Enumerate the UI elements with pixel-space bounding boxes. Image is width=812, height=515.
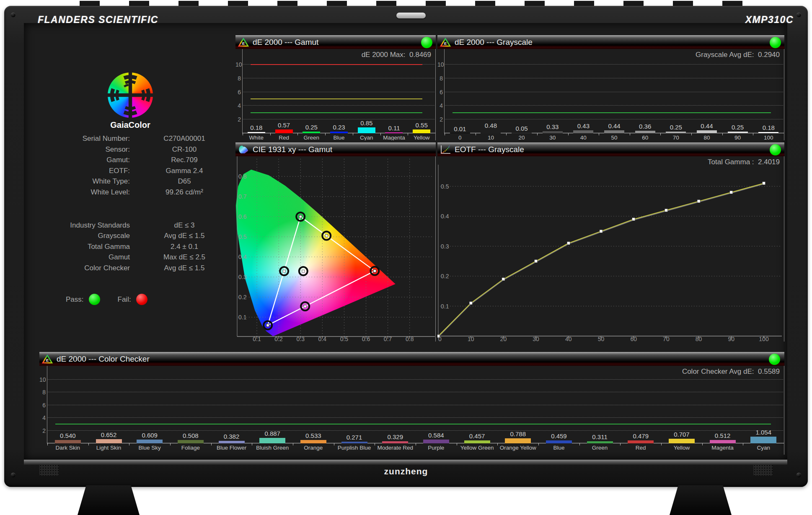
bar-category: Cyan — [353, 133, 380, 140]
fail-label: Fail: — [118, 295, 131, 304]
bar-value: 0.25 — [660, 124, 691, 130]
y-axis-label: 0.2 — [238, 294, 247, 300]
speaker-grille-left — [39, 464, 59, 476]
bar — [413, 129, 430, 133]
data-point-marker — [535, 260, 538, 263]
panel-eotf-grayscale: EOTF --- Grayscale Total Gamma : 2.4019 … — [437, 142, 784, 342]
eotf-line-chart: 0.50.40.30.20.10102030405060708090100 — [437, 156, 783, 342]
maker-logo: zunzheng — [0, 466, 812, 476]
device-info-row: Gamut:Rec.709 — [41, 155, 233, 166]
x-axis-tick — [599, 133, 599, 135]
standard-row: Color CheckerAvg dE ≤ 1.5 — [41, 263, 233, 273]
data-point-marker — [697, 200, 700, 203]
x-axis-tick — [408, 133, 408, 135]
y-axis-label: 8 — [437, 75, 443, 82]
data-point-marker — [437, 335, 440, 338]
y-axis-label: 6 — [437, 89, 443, 96]
bar — [628, 440, 654, 443]
y-axis-label: 0.4 — [441, 213, 449, 220]
bar-value: 0.36 — [630, 123, 661, 129]
panel-right-border — [435, 156, 436, 342]
device-info-row: EOTF:Gamma 2.4 — [41, 166, 233, 176]
bar-value: 0.512 — [702, 432, 743, 439]
bar — [546, 440, 572, 443]
standard-value: 2.4 ± 0.1 — [136, 241, 233, 252]
gaiacolor-logo-cross — [108, 72, 153, 118]
x-axis-tick — [353, 133, 353, 135]
panel-header: EOTF --- Grayscale — [437, 142, 784, 156]
x-axis-tick — [537, 133, 538, 135]
eotf-curve — [438, 183, 764, 336]
bar-value: 0.48 — [476, 122, 507, 129]
x-axis-tick — [211, 443, 212, 445]
data-point-marker — [730, 191, 733, 194]
panel-right-border — [784, 366, 784, 455]
device-info-row: Sensor:CR-100 — [41, 144, 233, 155]
bar — [697, 130, 717, 133]
standard-label: Gamut — [41, 252, 130, 262]
device-info-label: White Level: — [41, 187, 130, 198]
bar-category: Orange — [293, 443, 334, 455]
data-point-marker — [502, 278, 505, 281]
x-axis-tick — [375, 443, 375, 445]
bar-category: 0 — [445, 133, 476, 140]
standard-value: Avg dE ≤ 1.5 — [136, 230, 233, 241]
x-axis-label: 0.3 — [296, 336, 305, 342]
y-axis-label: 2 — [437, 116, 443, 123]
bar-value: 0.329 — [375, 434, 416, 440]
x-axis-tick — [702, 443, 703, 445]
bar-value: 1.054 — [743, 429, 784, 435]
standard-value: dE ≤ 3 — [136, 220, 233, 230]
bar-value: 0.44 — [599, 123, 630, 129]
screw-top-left — [11, 13, 16, 17]
screw-top-right — [796, 13, 801, 17]
grayscale-bar-chart: 1086420.010.480.050.330.430.440.360.250.… — [437, 49, 784, 140]
bar-category: 40 — [568, 133, 599, 140]
device-info-label: Serial Number: — [41, 133, 130, 144]
x-axis-tick — [538, 443, 539, 445]
y-axis-label: 2 — [235, 116, 241, 123]
bar — [710, 440, 736, 443]
standard-value: Avg dE ≤ 1.5 — [136, 263, 233, 273]
bar-category: Yellow Green — [457, 443, 498, 455]
svg-text:E: E — [46, 358, 49, 362]
y-axis-label: 0.5 — [238, 233, 247, 240]
bar-category: 30 — [537, 133, 568, 140]
panel-title: CIE 1931 xy --- Gamut — [253, 145, 332, 154]
bar — [464, 440, 490, 443]
y-axis-label: 10 — [39, 376, 46, 383]
bar-value: 0.457 — [457, 433, 498, 439]
bar-value: 0.11 — [380, 125, 408, 131]
y-axis-label: 10 — [437, 61, 443, 68]
bar — [96, 439, 122, 443]
x-axis-tick — [47, 443, 48, 445]
x-axis-tick — [380, 133, 381, 135]
bar-value: 0.25 — [297, 124, 325, 130]
y-axis-label: 0.1 — [238, 314, 247, 321]
y-axis-label: 4 — [437, 102, 443, 109]
bar-value: 0.382 — [211, 433, 252, 440]
bar-category: Purple — [416, 443, 457, 455]
panel-header: E dE 2000 --- Gamut — [235, 35, 436, 49]
bar — [178, 440, 204, 443]
y-axis-label: 0.3 — [238, 274, 247, 280]
device-info-label: White Type: — [41, 176, 130, 187]
y-axis-label: 0.1 — [441, 303, 449, 310]
x-axis-label: 100 — [759, 336, 769, 342]
bar — [505, 438, 531, 443]
bar — [259, 438, 285, 443]
speaker-grille-right — [753, 464, 773, 476]
bar-label-row: 0102030405060708090100 — [445, 133, 784, 140]
y-axis-label: 0.4 — [238, 254, 247, 260]
x-axis-label: 10 — [468, 336, 474, 342]
bar-category: Blue — [325, 133, 353, 140]
bar-category: Blue Flower — [211, 443, 252, 455]
bar-category: Yellow — [661, 443, 702, 455]
x-axis-label: 0.7 — [384, 336, 392, 342]
standard-label: Total Gamma — [41, 241, 130, 252]
x-axis-label: 50 — [598, 336, 605, 342]
y-axis-label: 0.5 — [441, 183, 449, 190]
bar-value: 0.25 — [722, 124, 753, 130]
standard-row: Total Gamma2.4 ± 0.1 — [41, 241, 233, 252]
bar — [573, 130, 593, 133]
